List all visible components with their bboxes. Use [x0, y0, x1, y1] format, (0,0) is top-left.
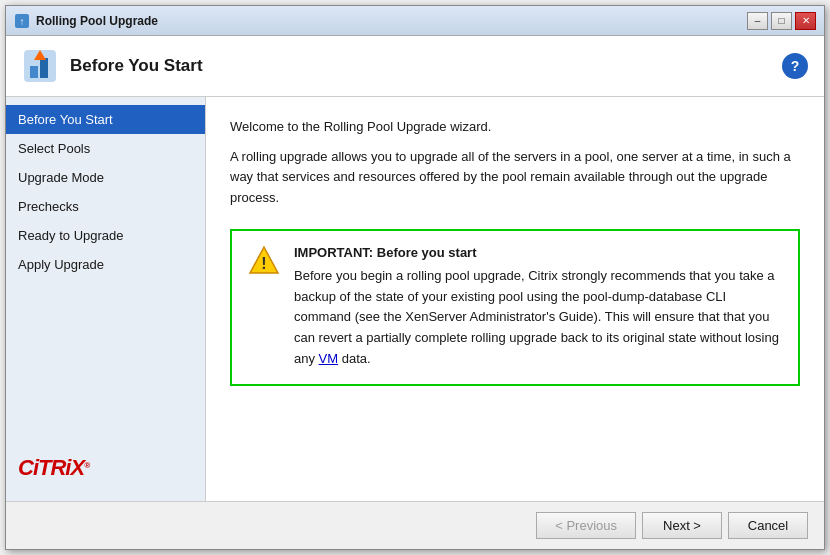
important-content: IMPORTANT: Before you start Before you b… [294, 245, 782, 370]
warning-icon: ! [248, 245, 280, 277]
welcome-text: Welcome to the Rolling Pool Upgrade wiza… [230, 117, 800, 137]
svg-text:↑: ↑ [20, 16, 25, 27]
title-bar-buttons: – □ ✕ [747, 12, 816, 30]
sidebar-item-upgrade-mode[interactable]: Upgrade Mode [6, 163, 205, 192]
next-button[interactable]: Next > [642, 512, 722, 539]
important-title: IMPORTANT: Before you start [294, 245, 782, 260]
maximize-button[interactable]: □ [771, 12, 792, 30]
header-section: Before You Start ? [6, 36, 824, 97]
previous-button[interactable]: < Previous [536, 512, 636, 539]
header-left: Before You Start [22, 48, 203, 84]
sidebar-item-select-pools[interactable]: Select Pools [6, 134, 205, 163]
sidebar-item-ready-to-upgrade[interactable]: Ready to Upgrade [6, 221, 205, 250]
svg-rect-3 [30, 66, 38, 78]
sidebar: Before You Start Select Pools Upgrade Mo… [6, 97, 206, 501]
main-content: Welcome to the Rolling Pool Upgrade wiza… [206, 97, 824, 501]
header-title: Before You Start [70, 56, 203, 76]
sidebar-item-prechecks[interactable]: Prechecks [6, 192, 205, 221]
important-body: Before you begin a rolling pool upgrade,… [294, 266, 782, 370]
citrix-logo: CiTRiX® [6, 443, 205, 493]
close-button[interactable]: ✕ [795, 12, 816, 30]
important-body-text-2: data. [338, 351, 371, 366]
window-icon: ↑ [14, 13, 30, 29]
main-window: ↑ Rolling Pool Upgrade – □ ✕ Before You … [5, 5, 825, 550]
important-box: ! IMPORTANT: Before you start Before you… [230, 229, 800, 386]
svg-text:!: ! [261, 255, 266, 272]
window-title: Rolling Pool Upgrade [36, 14, 747, 28]
minimize-button[interactable]: – [747, 12, 768, 30]
help-button[interactable]: ? [782, 53, 808, 79]
title-bar: ↑ Rolling Pool Upgrade – □ ✕ [6, 6, 824, 36]
sidebar-item-before-you-start[interactable]: Before You Start [6, 105, 205, 134]
svg-rect-4 [40, 58, 48, 78]
sidebar-item-apply-upgrade[interactable]: Apply Upgrade [6, 250, 205, 279]
sidebar-spacer [6, 279, 205, 443]
content-area: Before You Start Select Pools Upgrade Mo… [6, 97, 824, 501]
footer: < Previous Next > Cancel [6, 501, 824, 549]
header-icon [22, 48, 58, 84]
rolling-description: A rolling upgrade allows you to upgrade … [230, 147, 800, 209]
cancel-button[interactable]: Cancel [728, 512, 808, 539]
vm-link[interactable]: VM [319, 351, 339, 366]
